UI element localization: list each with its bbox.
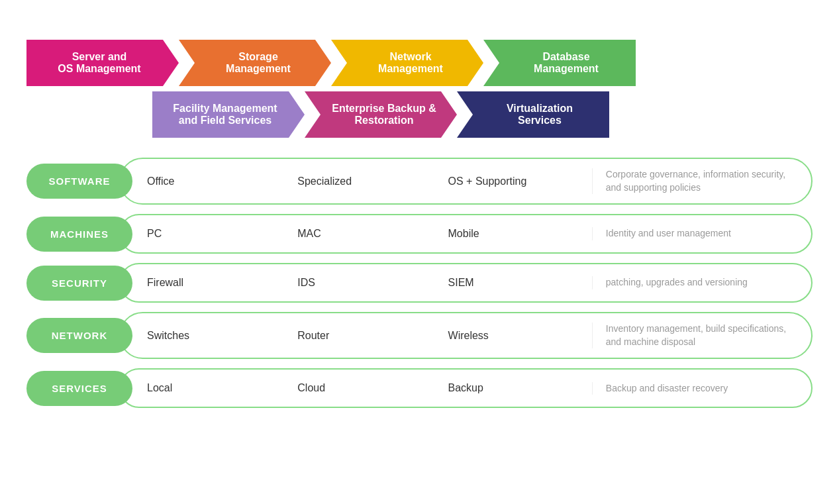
item-cell-specialized: Specialized	[291, 176, 441, 187]
category-badge-machines: MACHINES	[26, 217, 132, 252]
item-cell-backup: Backup	[442, 382, 592, 394]
item-cell-siem: SIEM	[442, 277, 592, 289]
item-description-software: Corporate governance, information securi…	[592, 168, 798, 194]
arrow-virtualization-services: VirtualizationServices	[457, 91, 609, 138]
category-badge-services: SERVICES	[26, 371, 132, 406]
table-row-machines: MACHINESPCMACMobileIdentity and user man…	[26, 214, 813, 254]
item-description-network: Inventory management, build specificatio…	[592, 323, 798, 348]
items-pill-machines: PCMACMobileIdentity and user management	[119, 214, 813, 254]
arrow-network-management: NetworkManagement	[331, 40, 483, 86]
category-badge-network: NETWORK	[26, 318, 132, 353]
item-cell-local: Local	[147, 382, 291, 394]
item-cell-switches: Switches	[147, 330, 291, 342]
category-badge-security: SECURITY	[26, 266, 132, 301]
arrow-storage-management: StorageManagement	[179, 40, 331, 86]
item-description-services: Backup and disaster recovery	[592, 382, 798, 395]
item-cell-firewall: Firewall	[147, 277, 291, 289]
table-row-services: SERVICESLocalCloudBackupBackup and disas…	[26, 368, 813, 408]
arrows-section: Server andOS ManagementStorageManagement…	[26, 40, 813, 138]
category-badge-software: SOFTWARE	[26, 164, 132, 199]
items-pill-software: OfficeSpecializedOS + SupportingCorporat…	[119, 158, 813, 205]
arrow-enterprise-backup-&-restoration: Enterprise Backup &Restoration	[305, 91, 457, 138]
arrow-row-1: Server andOS ManagementStorageManagement…	[26, 40, 813, 86]
item-cell-pc: PC	[147, 228, 291, 240]
item-cell-mobile: Mobile	[442, 228, 592, 240]
item-cell-os + supporting: OS + Supporting	[442, 176, 592, 187]
table-row-security: SECURITYFirewallIDSSIEMpatching, upgrade…	[26, 263, 813, 303]
item-cell-office: Office	[147, 176, 291, 187]
arrow-database-management: DatabaseManagement	[483, 40, 636, 86]
item-cell-ids: IDS	[291, 277, 441, 289]
table-section: SOFTWAREOfficeSpecializedOS + Supporting…	[26, 158, 813, 408]
arrow-facility-management-and-field-services: Facility Managementand Field Services	[152, 91, 305, 138]
item-cell-mac: MAC	[291, 228, 441, 240]
table-row-software: SOFTWAREOfficeSpecializedOS + Supporting…	[26, 158, 813, 205]
item-cell-router: Router	[291, 330, 441, 342]
items-pill-network: SwitchesRouterWirelessInventory manageme…	[119, 312, 813, 359]
items-pill-services: LocalCloudBackupBackup and disaster reco…	[119, 368, 813, 408]
arrow-row-2: Facility Managementand Field ServicesEnt…	[152, 91, 813, 138]
arrow-server-and-os-management: Server andOS Management	[26, 40, 179, 86]
item-cell-wireless: Wireless	[442, 330, 592, 342]
items-pill-security: FirewallIDSSIEMpatching, upgrades and ve…	[119, 263, 813, 303]
item-description-machines: Identity and user management	[592, 227, 798, 240]
table-row-network: NETWORKSwitchesRouterWirelessInventory m…	[26, 312, 813, 359]
item-cell-cloud: Cloud	[291, 382, 441, 394]
item-description-security: patching, upgrades and versioning	[592, 276, 798, 289]
